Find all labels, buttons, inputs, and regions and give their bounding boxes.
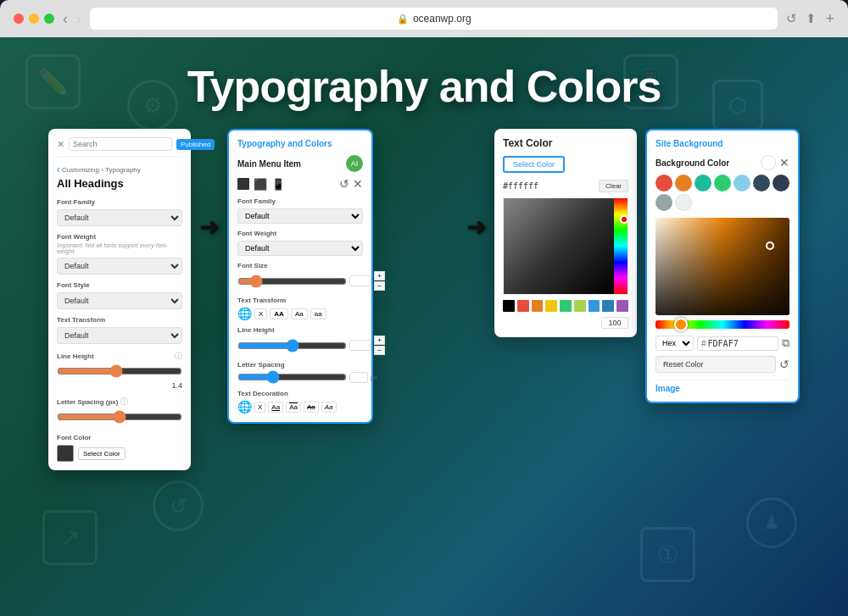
text-transform-field: Text Transform Default <box>57 316 182 344</box>
close-button-traffic[interactable] <box>14 14 24 24</box>
globe-icon-transform[interactable]: 🌐 <box>237 307 252 320</box>
select-color-button[interactable]: Select Color <box>78 447 126 460</box>
mobile-icon[interactable]: 📱 <box>271 178 285 191</box>
share-button[interactable]: ⬆ <box>806 11 817 26</box>
font-style-select[interactable]: Default <box>57 292 182 309</box>
preset-navy[interactable] <box>773 175 789 191</box>
globe-icon-decoration[interactable]: 🌐 <box>237 400 252 413</box>
swatch-orange[interactable] <box>532 300 544 312</box>
panels-area: ✕ Published ‹ Customizing › Typography A… <box>21 129 827 470</box>
color-format-select[interactable]: Hex <box>656 336 694 351</box>
preset-orange[interactable] <box>675 175 692 191</box>
preset-red[interactable] <box>656 175 672 191</box>
typo-close-button[interactable]: ✕ <box>353 177 363 191</box>
preset-darkslate[interactable] <box>753 175 770 191</box>
bg-color-close-button[interactable]: ✕ <box>779 156 789 169</box>
line-height-field: Line Height ⓘ 1.4 <box>57 351 182 390</box>
url-text: oceanwp.org <box>413 13 471 25</box>
color-picker-canvas[interactable] <box>503 197 628 295</box>
hex-color-input[interactable] <box>708 339 774 348</box>
reload-button[interactable]: ↺ <box>786 11 797 26</box>
preset-white[interactable] <box>675 194 692 211</box>
typo-font-weight-field: Font Weight Default <box>237 230 363 256</box>
preset-gray[interactable] <box>656 194 672 211</box>
line-height-info-icon: ⓘ <box>175 351 182 362</box>
preset-teal[interactable] <box>695 175 711 191</box>
address-bar[interactable]: 🔒 oceanwp.org <box>90 8 778 30</box>
typo-font-family-select[interactable]: Default <box>237 208 363 224</box>
minimize-button-traffic[interactable] <box>29 14 39 24</box>
back-arrow[interactable]: ‹ <box>57 164 60 175</box>
hue-rainbow-bar[interactable] <box>656 320 789 329</box>
line-height-minus-button[interactable]: − <box>374 346 385 355</box>
color-canvas-handle[interactable] <box>766 241 774 250</box>
swatch-lime[interactable] <box>574 300 586 312</box>
preset-skyblue[interactable] <box>734 175 750 191</box>
font-size-minus-button[interactable]: − <box>374 281 385 291</box>
typo-font-weight-label: Font Weight <box>237 230 363 237</box>
transform-lowercase-button[interactable]: aa <box>310 308 326 319</box>
line-height-label: Line Height <box>57 352 94 360</box>
decoration-italic-button[interactable]: Aa <box>321 402 337 413</box>
swatch-black[interactable] <box>503 300 515 312</box>
decoration-linethrough-button[interactable]: Aa <box>304 402 319 413</box>
bg-color-circle[interactable] <box>761 155 776 170</box>
swatch-purple[interactable] <box>616 300 628 312</box>
maximize-button-traffic[interactable] <box>44 14 54 24</box>
customizer-publish-button[interactable]: Published <box>176 139 215 150</box>
transform-capitalize-button[interactable]: Aa <box>291 308 308 319</box>
swatch-red[interactable] <box>517 300 529 312</box>
site-bg-color-canvas[interactable] <box>656 218 789 315</box>
line-height-range[interactable] <box>57 364 182 378</box>
line-height-range-typo[interactable] <box>237 339 347 352</box>
color-swatch-preview[interactable] <box>57 445 74 462</box>
letter-spacing-label: Letter Spacing (px) <box>57 398 118 406</box>
text-color-select-button[interactable]: Select Color <box>503 156 565 173</box>
hue-handle[interactable] <box>620 215 628 224</box>
refresh-color-button[interactable]: ↺ <box>779 358 789 371</box>
text-color-hex-value: #ffffff <box>503 181 595 191</box>
decoration-overline-button[interactable]: Aa <box>286 402 301 413</box>
swatch-blue[interactable] <box>602 300 614 312</box>
letter-spacing-value-typo[interactable] <box>349 372 368 383</box>
font-size-plus-button[interactable]: + <box>374 271 385 280</box>
transform-uppercase-button[interactable]: AA <box>270 308 288 319</box>
customizer-search-input[interactable] <box>69 137 172 151</box>
decoration-none-button[interactable]: X <box>254 402 265 413</box>
typo-line-height-field: Line Height + − <box>237 326 363 355</box>
font-weight-label: Font Weight <box>57 233 182 241</box>
text-transform-select[interactable]: Default <box>57 327 182 344</box>
line-height-plus-button[interactable]: + <box>374 336 385 345</box>
swatch-green[interactable] <box>560 300 572 312</box>
letter-spacing-range-typo[interactable] <box>237 370 347 384</box>
letter-spacing-range[interactable] <box>57 410 182 424</box>
tablet-icon[interactable]: ⬛ <box>254 178 267 191</box>
line-height-value-typo[interactable] <box>349 340 371 351</box>
typo-ai-button[interactable]: AI <box>346 155 363 172</box>
font-weight-select[interactable]: Default <box>57 258 182 275</box>
forward-button[interactable]: › <box>76 11 81 26</box>
hue-rainbow-handle[interactable] <box>674 318 688 331</box>
new-tab-button[interactable]: + <box>825 10 834 28</box>
customizer-close-button[interactable]: ✕ <box>57 139 64 150</box>
font-size-range[interactable] <box>237 275 347 288</box>
transform-none-button[interactable]: X <box>254 308 267 319</box>
typo-font-weight-select[interactable]: Default <box>237 241 363 256</box>
swatch-lightblue[interactable] <box>589 300 600 312</box>
typo-reset-button[interactable]: ↺ <box>339 177 349 191</box>
letter-spacing-unit-label: px <box>371 374 377 381</box>
copy-hex-button[interactable]: ⧉ <box>782 336 789 350</box>
font-style-field: Font Style Default <box>57 281 182 309</box>
font-size-value-input[interactable] <box>349 275 371 286</box>
swatch-yellow[interactable] <box>545 300 557 312</box>
back-button[interactable]: ‹ <box>63 11 68 26</box>
color-swatches-row <box>503 300 628 312</box>
decoration-underline-button[interactable]: Aa <box>268 402 283 413</box>
preset-colors-row <box>656 175 789 211</box>
hue-strip[interactable] <box>614 198 628 294</box>
text-color-clear-button[interactable]: Clear <box>599 180 628 192</box>
font-family-select[interactable]: Default <box>57 209 182 226</box>
reset-color-button[interactable]: Reset Color <box>656 356 776 373</box>
opacity-value-input[interactable] <box>601 317 628 329</box>
preset-green[interactable] <box>714 175 731 191</box>
